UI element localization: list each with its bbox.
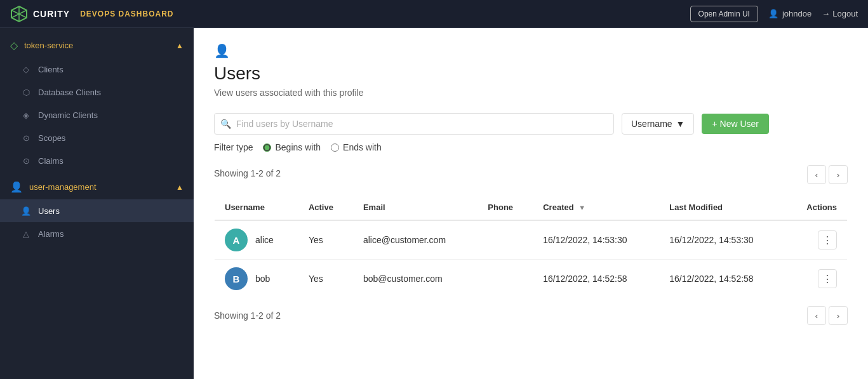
showing-top-label: Showing 1-2 of 2 bbox=[214, 168, 281, 178]
curity-logo-icon bbox=[10, 5, 28, 23]
sidebar-item-label-alarms: Alarms bbox=[38, 229, 63, 239]
created-sort-icon: ▼ bbox=[578, 204, 585, 211]
main-content: 👤 Users View users associated with this … bbox=[194, 28, 868, 379]
sidebar-item-label-clients: Clients bbox=[38, 65, 63, 74]
col-active: Active bbox=[298, 195, 353, 221]
bottom-bar: Showing 1-2 of 2 ‹ › bbox=[214, 306, 848, 325]
sidebar-item-label-dynamic-clients: Dynamic Clients bbox=[38, 110, 98, 120]
sidebar-item-clients[interactable]: ◇ Clients bbox=[0, 58, 194, 81]
sidebar-item-label-claims: Claims bbox=[38, 156, 63, 166]
filter-ends-radio[interactable] bbox=[331, 143, 339, 152]
alarms-icon: △ bbox=[20, 228, 32, 239]
logout-arrow: → bbox=[822, 9, 830, 18]
filter-begins-label[interactable]: Begins with bbox=[263, 142, 321, 152]
sidebar-section-header-token-service[interactable]: ◇ token-service ▲ bbox=[0, 33, 194, 58]
page-subtitle: View users associated with this profile bbox=[214, 88, 848, 98]
new-user-label: + New User bbox=[712, 119, 759, 129]
username-dropdown[interactable]: Username ▼ bbox=[622, 113, 694, 135]
sidebar-item-label-users: Users bbox=[38, 206, 60, 216]
filter-ends-label[interactable]: Ends with bbox=[331, 142, 382, 152]
user-management-icon: 👤 bbox=[10, 181, 23, 193]
cell-username-bob: B bob bbox=[215, 260, 298, 298]
chevron-up-icon-2: ▲ bbox=[176, 183, 184, 192]
dashboard-title: DEVOPS DASHBOARD bbox=[80, 10, 173, 18]
username-alice: alice bbox=[255, 235, 274, 245]
pagination-top: ‹ › bbox=[807, 165, 848, 184]
col-created[interactable]: Created ▼ bbox=[533, 195, 659, 221]
new-user-button[interactable]: + New User bbox=[702, 114, 769, 134]
search-icon: 🔍 bbox=[220, 119, 231, 129]
avatar-alice: A bbox=[225, 229, 248, 251]
token-service-icon: ◇ bbox=[10, 39, 18, 51]
prev-page-button[interactable]: ‹ bbox=[807, 165, 826, 184]
sidebar-item-alarms[interactable]: △ Alarms bbox=[0, 222, 194, 245]
sidebar-item-users[interactable]: 👤 Users bbox=[0, 199, 194, 222]
cell-actions-alice: ⋮ bbox=[785, 220, 847, 260]
sidebar-item-claims[interactable]: ⊙ Claims bbox=[0, 149, 194, 172]
chevron-down-icon: ▼ bbox=[676, 119, 685, 129]
cell-email-bob: bob@customer.com bbox=[353, 260, 477, 298]
sidebar-item-database-clients[interactable]: ⬡ Database Clients bbox=[0, 81, 194, 103]
sidebar-item-dynamic-clients[interactable]: ◈ Dynamic Clients bbox=[0, 103, 194, 126]
col-last-modified: Last Modified bbox=[659, 195, 785, 221]
table-row: A alice Yes alice@customer.com 16/12/202… bbox=[215, 220, 848, 260]
dropdown-label: Username bbox=[631, 119, 672, 129]
cell-created-alice: 16/12/2022, 14:53:30 bbox=[533, 220, 659, 260]
pagination-bottom: ‹ › bbox=[807, 306, 848, 325]
table-row: B bob Yes bob@customer.com 16/12/2022, 1… bbox=[215, 260, 848, 298]
cell-lastmod-alice: 16/12/2022, 14:53:30 bbox=[659, 220, 785, 260]
user-info: 👤 johndoe bbox=[768, 9, 811, 18]
users-table: Username Active Email Phone Created ▼ La… bbox=[214, 194, 848, 298]
col-phone: Phone bbox=[477, 195, 533, 221]
showing-bottom-label: Showing 1-2 of 2 bbox=[214, 310, 281, 321]
sidebar: ◇ token-service ▲ ◇ Clients ⬡ Database C… bbox=[0, 28, 194, 379]
search-input-wrap: 🔍 bbox=[214, 113, 614, 135]
sidebar-section-user-management: 👤 user-management ▲ 👤 Users △ Alarms bbox=[0, 175, 194, 245]
actions-menu-bob[interactable]: ⋮ bbox=[818, 269, 837, 288]
col-email: Email bbox=[353, 195, 477, 221]
sidebar-section-token-service: ◇ token-service ▲ ◇ Clients ⬡ Database C… bbox=[0, 33, 194, 172]
filter-type-row: Filter type Begins with Ends with bbox=[214, 142, 848, 152]
sidebar-section-label-user-management: user-management bbox=[29, 182, 97, 192]
sidebar-item-label-scopes: Scopes bbox=[38, 133, 65, 143]
col-actions: Actions bbox=[785, 195, 847, 221]
cell-lastmod-bob: 16/12/2022, 14:52:58 bbox=[659, 260, 785, 298]
search-input[interactable] bbox=[214, 113, 614, 135]
sidebar-item-label-database-clients: Database Clients bbox=[38, 88, 101, 97]
dynamic-clients-icon: ◈ bbox=[20, 109, 32, 121]
page-title: Users bbox=[214, 63, 848, 84]
avatar-bob: B bbox=[225, 267, 248, 290]
cell-username-alice: A alice bbox=[215, 220, 298, 260]
col-username: Username bbox=[215, 195, 298, 221]
topnav: CURITY DEVOPS DASHBOARD Open Admin UI 👤 … bbox=[0, 0, 868, 28]
cell-active-alice: Yes bbox=[298, 220, 353, 260]
logout-button[interactable]: → Logout bbox=[822, 9, 858, 18]
clients-icon: ◇ bbox=[20, 63, 32, 75]
sidebar-section-label-token-service: token-service bbox=[24, 41, 73, 50]
chevron-up-icon: ▲ bbox=[176, 41, 184, 50]
users-icon: 👤 bbox=[20, 205, 32, 216]
sidebar-section-header-user-management[interactable]: 👤 user-management ▲ bbox=[0, 175, 194, 199]
sidebar-item-scopes[interactable]: ⊙ Scopes bbox=[0, 126, 194, 149]
cell-phone-alice bbox=[477, 220, 533, 260]
cell-email-alice: alice@customer.com bbox=[353, 220, 477, 260]
database-clients-icon: ⬡ bbox=[20, 86, 32, 98]
next-page-button-bottom[interactable]: › bbox=[829, 306, 848, 325]
username-label: johndoe bbox=[782, 9, 811, 18]
prev-page-button-bottom[interactable]: ‹ bbox=[807, 306, 826, 325]
filter-type-label: Filter type bbox=[214, 142, 253, 152]
page-icon: 👤 bbox=[214, 43, 848, 58]
username-bob: bob bbox=[255, 274, 270, 284]
filter-ends-text: Ends with bbox=[343, 142, 382, 152]
filter-begins-radio[interactable] bbox=[263, 143, 271, 152]
cell-active-bob: Yes bbox=[298, 260, 353, 298]
logo-text: CURITY bbox=[33, 9, 70, 19]
filter-begins-text: Begins with bbox=[275, 142, 321, 152]
open-admin-button[interactable]: Open Admin UI bbox=[690, 6, 758, 22]
cell-phone-bob bbox=[477, 260, 533, 298]
user-icon: 👤 bbox=[768, 9, 778, 18]
cell-created-bob: 16/12/2022, 14:52:58 bbox=[533, 260, 659, 298]
actions-menu-alice[interactable]: ⋮ bbox=[818, 230, 837, 249]
logout-label: Logout bbox=[832, 9, 858, 18]
next-page-button[interactable]: › bbox=[829, 165, 848, 184]
